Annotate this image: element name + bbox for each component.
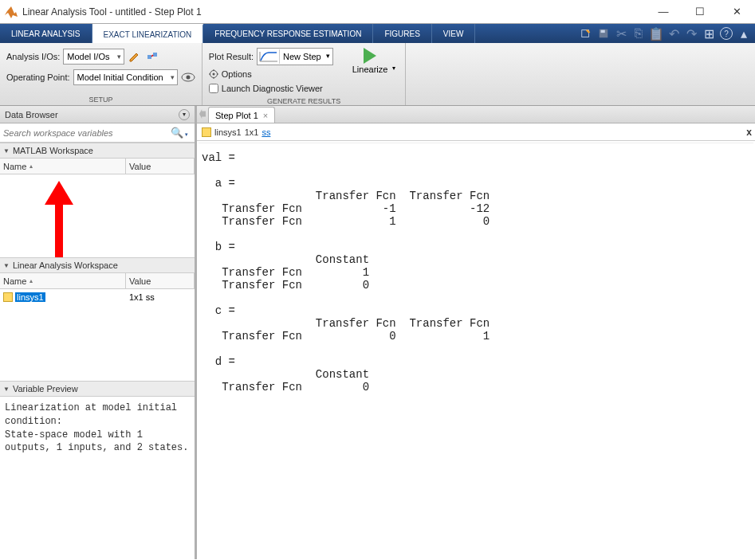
window-title: Linear Analysis Tool - untitled - Step P… (22, 6, 645, 18)
step-plot-thumb-icon (258, 49, 280, 64)
document-area: Step Plot 1 × linsys1 1x1 ss x val = a =… (197, 106, 755, 559)
info-var-type-link[interactable]: ss (261, 127, 270, 137)
main-tab-strip: LINEAR ANALYSIS EXACT LINEARIZATION FREQ… (0, 24, 755, 43)
col-name[interactable]: Name (0, 159, 126, 174)
la-ws-columns: Name Value (0, 273, 195, 289)
paste-icon[interactable]: 📋 (650, 27, 663, 40)
copy-icon[interactable]: ⎘ (632, 27, 645, 40)
linear-analysis-workspace-body: linsys1 1x1 ss (0, 289, 195, 381)
search-icon[interactable]: 🔍 (167, 127, 191, 139)
close-button[interactable]: ✕ (718, 0, 755, 24)
tab-exact-linearization[interactable]: EXACT LINEARIZATION (92, 24, 204, 43)
help-icon[interactable]: ? (720, 27, 733, 40)
options-button[interactable]: Options (209, 67, 333, 81)
tab-view[interactable]: VIEW (432, 24, 476, 43)
qa-icon-8[interactable]: ⊞ (702, 27, 715, 40)
operating-point-label: Operating Point: (6, 72, 70, 82)
tab-frequency-response[interactable]: FREQUENCY RESPONSE ESTIMATION (203, 24, 373, 43)
quick-access-toolbar: ✂ ⎘ 📋 ↶ ↷ ⊞ ? ▴ (580, 24, 755, 43)
launch-diagnostic-checkbox[interactable] (209, 84, 218, 93)
command-output: val = a = Transfer Fcn Transfer Fcn Tran… (199, 143, 753, 558)
plot-result-label: Plot Result: (209, 52, 254, 61)
search-row: 🔍 (0, 123, 195, 143)
variable-info-bar: linsys1 1x1 ss x (197, 123, 755, 141)
generate-group-label: GENERATE RESULTS (209, 96, 399, 107)
ribbon-group-setup: Analysis I/Os: Model I/Os Operating Poin… (0, 43, 203, 105)
play-icon (364, 48, 376, 64)
save-icon[interactable] (597, 27, 610, 40)
svg-rect-3 (147, 55, 151, 59)
la-col-name[interactable]: Name (0, 273, 126, 288)
ribbon: Analysis I/Os: Model I/Os Operating Poin… (0, 43, 755, 106)
info-var-dim: 1x1 (245, 127, 259, 137)
data-browser-panel: Data Browser ▾ 🔍 MATLAB Workspace Name V… (0, 106, 197, 559)
search-input[interactable] (3, 128, 167, 138)
document-tab-bar: Step Plot 1 × (197, 106, 755, 123)
la-col-value[interactable]: Value (126, 273, 195, 288)
linearize-button[interactable]: Linearize (341, 46, 399, 96)
sync-io-icon[interactable] (145, 49, 159, 64)
redo-icon[interactable]: ↷ (685, 27, 698, 40)
collapse-ribbon-icon[interactable]: ▴ (737, 27, 750, 40)
gear-icon (209, 69, 218, 79)
variable-icon (3, 292, 13, 302)
matlab-ws-columns: Name Value (0, 159, 195, 174)
plot-result-dropdown[interactable]: New Step (257, 48, 333, 65)
svg-rect-2 (601, 30, 605, 33)
setup-group-label: SETUP (6, 94, 195, 105)
svg-rect-4 (153, 53, 157, 57)
operating-point-dropdown[interactable]: Model Initial Condition (73, 69, 178, 85)
qa-icon-1[interactable] (580, 27, 592, 40)
minimize-button[interactable]: — (645, 0, 682, 24)
data-browser-header: Data Browser ▾ (0, 106, 195, 123)
svg-point-8 (212, 73, 214, 76)
variable-preview-header[interactable]: Variable Preview (0, 381, 195, 397)
la-variable-row[interactable]: linsys1 1x1 ss (0, 289, 195, 305)
edit-io-icon[interactable] (128, 49, 142, 64)
matlab-workspace-header[interactable]: MATLAB Workspace (0, 143, 195, 159)
ribbon-group-generate: Plot Result: New Step Options Launch Dia… (203, 43, 407, 105)
tab-figures[interactable]: FIGURES (373, 24, 431, 43)
annotation-arrow (43, 181, 75, 257)
doc-tab-step-plot[interactable]: Step Plot 1 × (208, 107, 275, 123)
matlab-workspace-body (0, 174, 195, 257)
collapse-panel-icon[interactable]: ▾ (179, 109, 190, 120)
info-var-name: linsys1 (214, 127, 242, 137)
svg-point-6 (186, 76, 190, 80)
maximize-button[interactable]: ☐ (682, 0, 718, 24)
analysis-io-label: Analysis I/Os: (6, 52, 60, 61)
close-tab-icon[interactable]: × (263, 111, 268, 120)
cut-icon[interactable]: ✂ (615, 27, 627, 40)
analysis-io-dropdown[interactable]: Model I/Os (63, 49, 124, 65)
view-op-icon[interactable] (181, 70, 195, 84)
variable-icon (202, 127, 211, 137)
linear-analysis-workspace-header[interactable]: Linear Analysis Workspace (0, 257, 195, 273)
launch-diagnostic-label: Launch Diagnostic Viewer (222, 84, 323, 93)
matlab-logo-icon (5, 6, 18, 18)
tab-linear-analysis[interactable]: LINEAR ANALYSIS (0, 24, 92, 43)
col-value[interactable]: Value (126, 159, 195, 174)
close-info-icon[interactable]: x (746, 127, 752, 138)
title-bar: Linear Analysis Tool - untitled - Step P… (0, 0, 755, 24)
undo-icon[interactable]: ↶ (667, 27, 680, 40)
variable-preview-body: Linearization at model initial condition… (0, 397, 195, 559)
